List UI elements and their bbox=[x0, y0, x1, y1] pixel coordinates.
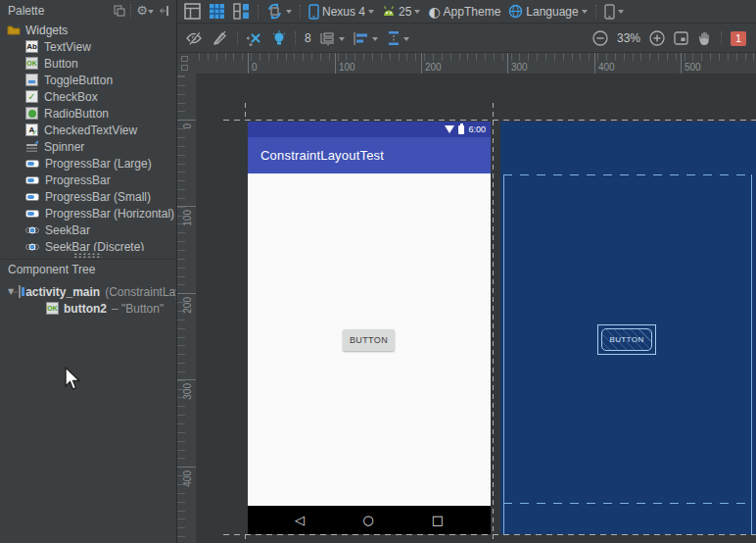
palette-widget-list: Widgets Ab TextView OK Button ToggleButt… bbox=[0, 22, 176, 251]
constraintlayout-icon bbox=[19, 285, 21, 298]
ruler-tick-label: 100 bbox=[335, 53, 355, 74]
error-count-badge[interactable]: 1 bbox=[731, 31, 746, 46]
palette-item-label: ProgressBar (Small) bbox=[45, 190, 151, 204]
separator bbox=[130, 4, 131, 18]
mouse-cursor bbox=[65, 367, 82, 393]
blueprint-mode-button[interactable] bbox=[209, 3, 225, 20]
virtual-device-selector[interactable] bbox=[604, 4, 624, 20]
navigation-bar: ◁ ○ □ bbox=[248, 506, 491, 534]
button-selection-box[interactable]: BUTTON bbox=[597, 324, 656, 355]
palette-item-checkedtextview[interactable]: A✓ CheckedTextView bbox=[0, 122, 176, 138]
palette-item-seekbar[interactable]: SeekBar bbox=[0, 222, 176, 238]
palette-item-progressbar-large[interactable]: ProgressBar (Large) bbox=[0, 155, 176, 172]
hide-panel-icon[interactable] bbox=[159, 5, 170, 17]
palette-group-widgets[interactable]: Widgets bbox=[0, 22, 176, 38]
clear-constraints-button[interactable] bbox=[247, 30, 263, 46]
button-widget-blueprint[interactable]: BUTTON bbox=[601, 328, 652, 351]
separator bbox=[295, 31, 296, 45]
device-label: Nexus 4 bbox=[322, 5, 365, 19]
horizontal-ruler: 0 100 200 300 400 500 bbox=[196, 52, 756, 74]
separator bbox=[258, 5, 259, 19]
chevron-down-icon bbox=[414, 10, 420, 17]
chevron-down-icon bbox=[618, 10, 624, 17]
folder-icon bbox=[7, 25, 21, 36]
palette-item-progressbar-horizontal[interactable]: ProgressBar (Horizontal) bbox=[0, 205, 176, 222]
chevron-down-icon bbox=[148, 10, 154, 17]
show-constraints-button[interactable] bbox=[185, 30, 203, 46]
ruler-tick-label: 200 bbox=[182, 297, 193, 314]
palette-item-checkbox[interactable]: ✓ CheckBox bbox=[0, 88, 176, 105]
phone-icon bbox=[604, 4, 615, 20]
zoom-level-value: 33% bbox=[617, 31, 640, 45]
component-name: activity_main bbox=[25, 285, 100, 299]
separator bbox=[595, 5, 596, 19]
gear-icon[interactable]: ⚙ bbox=[136, 5, 154, 17]
api-level-label: 25 bbox=[399, 5, 411, 19]
vertical-ruler: 0 100 200 300 400 bbox=[177, 74, 196, 543]
chevron-down-icon bbox=[286, 10, 292, 17]
device-selector[interactable]: Nexus 4 bbox=[308, 4, 374, 20]
pack-expand-button[interactable] bbox=[387, 30, 409, 46]
design-view[interactable]: 6:00 ConstraintLayoutTest BUTTON ◁ ○ □ bbox=[248, 122, 491, 534]
spinner-icon bbox=[25, 140, 38, 153]
align-button[interactable] bbox=[354, 31, 378, 46]
wifi-icon bbox=[445, 125, 454, 133]
globe-icon bbox=[508, 4, 523, 19]
infer-constraints-button[interactable] bbox=[272, 30, 286, 47]
selection-dash-bottom bbox=[223, 534, 756, 535]
palette-item-seekbar-discrete[interactable]: SeekBar (Discrete) bbox=[0, 238, 176, 251]
panel-splitter[interactable] bbox=[0, 251, 176, 259]
palette-item-label: TextView bbox=[44, 40, 91, 54]
design-mode-button[interactable] bbox=[184, 3, 201, 20]
palette-item-progressbar-small[interactable]: ProgressBar (Small) bbox=[0, 188, 176, 205]
left-panel: Palette ⚙ Widgets Ab TextView OK Button … bbox=[0, 0, 177, 543]
palette-item-progressbar[interactable]: ProgressBar bbox=[0, 172, 176, 188]
design-and-blueprint-mode-button[interactable] bbox=[233, 3, 250, 20]
ruler-tick-label: 0 bbox=[248, 53, 258, 74]
palette-item-label: CheckBox bbox=[44, 90, 98, 104]
button-widget[interactable]: BUTTON bbox=[343, 329, 395, 351]
selection-dash-top bbox=[223, 120, 756, 121]
progressbar-icon bbox=[25, 207, 39, 220]
chevron-down-icon bbox=[368, 10, 374, 17]
palette-item-radiobutton[interactable]: RadioButton bbox=[0, 105, 176, 122]
pan-hand-button[interactable] bbox=[697, 30, 712, 46]
palette-item-label: SeekBar (Discrete) bbox=[45, 240, 144, 252]
zoom-to-fit-button[interactable] bbox=[674, 31, 688, 45]
splitter-handle-icon bbox=[74, 253, 102, 258]
ruler-tick-label: 300 bbox=[507, 53, 528, 74]
copy-icon[interactable] bbox=[114, 5, 125, 17]
palette-item-spinner[interactable]: Spinner bbox=[0, 138, 176, 155]
autoconnect-button[interactable] bbox=[212, 30, 228, 46]
component-tree-header: Component Tree bbox=[0, 259, 176, 278]
seekbar-discrete-icon bbox=[25, 240, 39, 251]
design-surface[interactable]: 6:00 ConstraintLayoutTest BUTTON ◁ ○ □ B… bbox=[196, 74, 756, 543]
guidelines-button[interactable] bbox=[320, 31, 345, 46]
zoom-in-button[interactable] bbox=[649, 30, 665, 46]
blueprint-root-top-edge bbox=[503, 174, 752, 175]
language-selector[interactable]: Language bbox=[508, 4, 587, 19]
progressbar-icon bbox=[25, 173, 39, 186]
tree-item-activity-main[interactable]: ▼ activity_main (ConstraintLayout) bbox=[0, 283, 176, 300]
android-icon bbox=[382, 5, 396, 18]
orientation-button[interactable] bbox=[266, 3, 292, 20]
tree-item-button2[interactable]: OK button2 – "Button" bbox=[0, 300, 176, 317]
button-icon-glyph: OK bbox=[47, 305, 58, 312]
palette-item-label: Button bbox=[44, 57, 78, 71]
palette-item-togglebutton[interactable]: ToggleButton bbox=[0, 72, 176, 88]
radiobutton-icon bbox=[25, 107, 38, 120]
palette-item-button[interactable]: OK Button bbox=[0, 55, 176, 72]
palette-item-label: Spinner bbox=[44, 140, 84, 154]
palette-item-textview[interactable]: Ab TextView bbox=[0, 38, 176, 55]
palette-item-label: RadioButton bbox=[44, 107, 109, 121]
default-margin-value[interactable]: 8 bbox=[305, 31, 311, 45]
zoom-out-button[interactable] bbox=[592, 30, 608, 46]
theme-icon: ◐ bbox=[428, 4, 440, 20]
constraint-layout-root[interactable]: BUTTON bbox=[248, 173, 491, 506]
phone-icon bbox=[308, 4, 319, 20]
api-version-selector[interactable]: 25 bbox=[382, 5, 420, 19]
blueprint-view[interactable]: BUTTON bbox=[500, 122, 756, 534]
theme-selector[interactable]: ◐ AppTheme bbox=[428, 4, 500, 20]
progressbar-icon bbox=[25, 157, 39, 170]
ruler-tick-label: 400 bbox=[594, 53, 615, 74]
